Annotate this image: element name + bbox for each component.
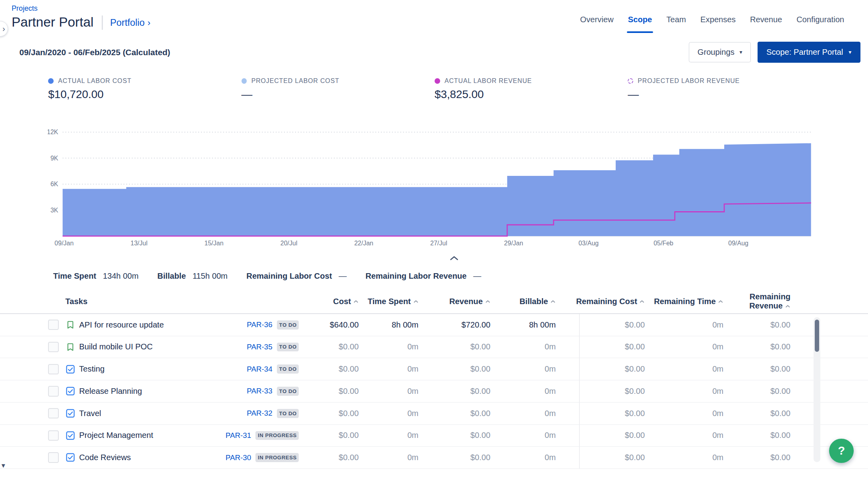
svg-text:09/Aug: 09/Aug xyxy=(728,240,748,247)
table-row: API for resource updatePAR-36TO DO$640.0… xyxy=(0,314,868,336)
svg-text:03/Aug: 03/Aug xyxy=(578,240,599,247)
column-label: Remaining Time xyxy=(654,297,716,306)
tab-team[interactable]: Team xyxy=(659,13,693,33)
tab-configuration[interactable]: Configuration xyxy=(789,13,851,33)
legend-dot-icon xyxy=(435,78,440,84)
task-name: API for resource update xyxy=(79,314,232,336)
row-checkbox[interactable] xyxy=(48,342,58,352)
legend-dot-icon xyxy=(242,78,247,84)
page-title: Partner Portal xyxy=(12,15,93,30)
column-label: Revenue xyxy=(449,297,483,306)
sort-caret-icon xyxy=(413,297,419,306)
issue-key-link[interactable]: PAR-34 xyxy=(247,365,272,374)
app-window: › Projects Partner Portal Portfolio › Ov… xyxy=(0,0,868,478)
cell-revenue: $0.00 xyxy=(418,380,490,402)
cell-cost: $0.00 xyxy=(299,425,358,447)
row-checkbox[interactable] xyxy=(48,452,58,463)
stat-label: Remaining Labor Revenue xyxy=(365,272,467,281)
portfolio-link[interactable]: Portfolio › xyxy=(110,17,150,28)
toolbar: 09/Jan/2020 - 06/Feb/2025 (Calculated) G… xyxy=(0,33,868,63)
stat-value: 115h 00m xyxy=(193,272,228,281)
cell-revenue: $720.00 xyxy=(418,314,490,336)
status-badge: IN PROGRESS xyxy=(255,431,299,440)
help-button[interactable]: ? xyxy=(829,439,853,463)
table-scrollbar[interactable] xyxy=(814,317,820,462)
cell-revenue: $0.00 xyxy=(418,425,490,447)
date-range: 09/Jan/2020 - 06/Feb/2025 (Calculated) xyxy=(19,48,170,57)
question-icon: ? xyxy=(838,444,845,457)
scrollbar-thumb[interactable] xyxy=(815,320,819,352)
stat-label: Time Spent xyxy=(53,272,96,281)
sort-caret-icon xyxy=(718,297,723,306)
column-header-revenue[interactable]: Revenue xyxy=(418,297,490,306)
column-header-remaining-cost[interactable]: Remaining Cost xyxy=(579,297,645,306)
cell-remaining-revenue: $0.00 xyxy=(723,425,791,447)
row-checkbox[interactable] xyxy=(48,364,58,374)
sort-caret-icon xyxy=(485,297,491,306)
tab-revenue[interactable]: Revenue xyxy=(743,13,789,33)
column-label: Remaining Cost xyxy=(576,297,637,306)
row-spacer xyxy=(556,380,579,402)
column-header-cost[interactable]: Cost xyxy=(299,297,358,306)
task-name: Project Management xyxy=(79,425,232,447)
svg-text:9K: 9K xyxy=(50,154,58,162)
cell-remaining-cost: $0.00 xyxy=(579,380,645,402)
tab-scope[interactable]: Scope xyxy=(621,13,659,33)
legend-item: PROJECTED LABOR COST— xyxy=(242,77,435,101)
column-header-remaining-time[interactable]: Remaining Time xyxy=(645,297,723,306)
column-label: Billable xyxy=(520,297,548,306)
column-header-time-spent[interactable]: Time Spent xyxy=(359,297,418,306)
tab-expenses[interactable]: Expenses xyxy=(693,13,743,33)
scroll-down-button[interactable]: ▼ xyxy=(0,462,7,469)
issue-key-link[interactable]: PAR-30 xyxy=(226,453,251,462)
tab-overview[interactable]: Overview xyxy=(573,13,621,33)
cell-revenue: $0.00 xyxy=(418,336,490,358)
column-label: Cost xyxy=(333,297,351,306)
collapse-chart-button[interactable] xyxy=(450,256,466,261)
cell-billable: 0m xyxy=(491,425,556,447)
breadcrumb-projects[interactable]: Projects xyxy=(12,4,150,13)
cell-billable: 8h 00m xyxy=(491,314,556,336)
stat-billable: Billable 115h 00m xyxy=(157,272,228,281)
issue-key-link[interactable]: PAR-35 xyxy=(247,343,272,351)
cell-cost: $0.00 xyxy=(299,358,358,380)
sort-caret-icon xyxy=(639,297,645,306)
column-header-remaining-revenue[interactable]: Remaining Revenue xyxy=(723,292,791,310)
summary-stats: Time Spent 134h 00m Billable 115h 00m Re… xyxy=(0,260,868,281)
sort-caret-icon xyxy=(353,297,359,306)
labor-chart-svg: 3K6K9K12K09/Jan13/Jul15/Jan20/Jul22/Jan2… xyxy=(48,125,812,254)
issue-key-link[interactable]: PAR-32 xyxy=(247,409,272,418)
cell-remaining-revenue: $0.00 xyxy=(723,358,791,380)
chart-legend: ACTUAL LABOR COST$10,720.00PROJECTED LAB… xyxy=(0,63,868,101)
cell-remaining-cost: $0.00 xyxy=(579,314,645,336)
cell-cost: $0.00 xyxy=(299,336,358,358)
scope-button[interactable]: Scope: Partner Portal ▾ xyxy=(758,42,860,63)
svg-text:12K: 12K xyxy=(48,129,58,136)
cell-remaining-time: 0m xyxy=(645,314,723,336)
row-checkbox[interactable] xyxy=(48,408,58,418)
groupings-button[interactable]: Groupings ▾ xyxy=(689,42,751,63)
task-icon xyxy=(66,447,79,468)
status-badge: IN PROGRESS xyxy=(255,453,299,462)
title-divider xyxy=(102,15,103,30)
row-checkbox[interactable] xyxy=(48,386,58,396)
column-header-tasks: Tasks xyxy=(48,297,299,306)
table-header: Tasks Cost Time Spent Revenue Billable R… xyxy=(0,290,868,314)
status-badge: TO DO xyxy=(277,343,299,352)
legend-label: PROJECTED LABOR REVENUE xyxy=(638,77,740,85)
task-icon xyxy=(66,358,79,380)
issue-key-link[interactable]: PAR-36 xyxy=(247,320,272,329)
row-checkbox[interactable] xyxy=(48,430,58,441)
svg-text:05/Feb: 05/Feb xyxy=(653,240,673,247)
scope-label: Scope: Partner Portal xyxy=(766,48,843,57)
issue-key-link[interactable]: PAR-31 xyxy=(226,431,251,440)
cell-billable: 0m xyxy=(491,358,556,380)
cell-cost: $0.00 xyxy=(299,447,358,468)
cell-time-spent: 0m xyxy=(359,336,418,358)
issue-key-link[interactable]: PAR-33 xyxy=(247,387,272,395)
row-spacer xyxy=(556,314,579,336)
stat-value: — xyxy=(338,272,346,281)
row-checkbox[interactable] xyxy=(48,320,58,330)
column-header-billable[interactable]: Billable xyxy=(491,297,556,306)
cell-time-spent: 0m xyxy=(359,403,418,424)
